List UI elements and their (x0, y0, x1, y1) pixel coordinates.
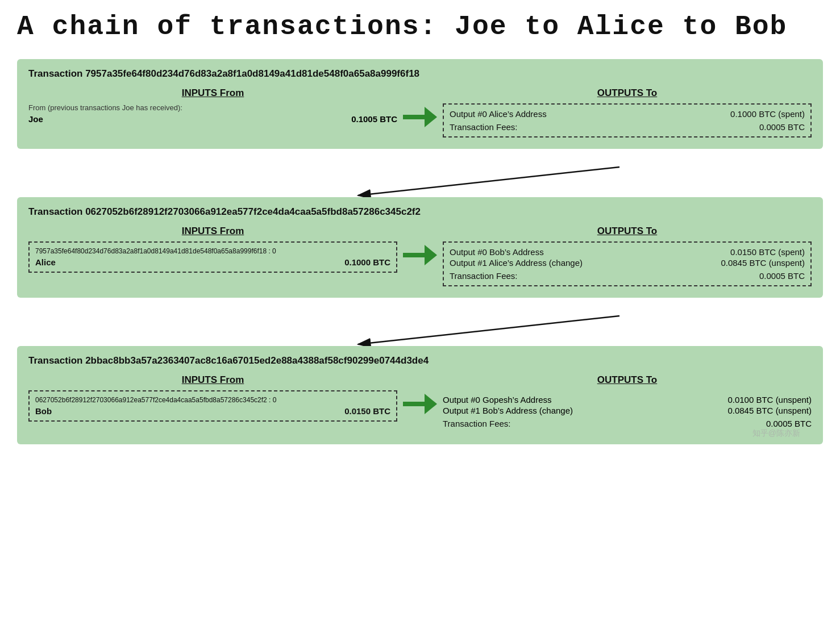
tx2-inputs-header: INPUTS From (28, 226, 397, 237)
tx2-input-ref: 7957a35fe64f80d234d76d83a2a8f1a0d8149a41… (35, 247, 390, 255)
tx1-fee-label: Transaction Fees: (450, 122, 518, 132)
tx3-arrow (397, 374, 443, 416)
connector-2-3 (17, 315, 823, 346)
tx3-fee-label: Transaction Fees: (443, 419, 511, 428)
tx1-output-0-label: Output #0 Alice’s Address (450, 109, 547, 119)
svg-rect-8 (403, 402, 426, 406)
tx3-output-0-label: Output #0 Gopesh’s Address (443, 395, 552, 405)
tx1-from-label: From (previous transactions Joe has rece… (28, 103, 397, 112)
svg-rect-4 (403, 253, 426, 257)
tx2-outputs: OUTPUTS To Output #0 Bob’s Address 0.015… (443, 226, 812, 286)
tx1-inputs-header: INPUTS From (28, 87, 397, 99)
tx2-arrow (397, 226, 443, 268)
tx2-output-row-1: Output #1 Alice’s Address (change) 0.084… (450, 258, 805, 268)
tx2-input-name: Alice (35, 257, 56, 267)
transaction-block-2: Transaction 0627052b6f28912f2703066a912e… (17, 197, 823, 298)
tx3-input-row: Bob 0.0150 BTC (35, 406, 390, 416)
tx1-input-name: Joe (28, 114, 43, 124)
tx3-input-name: Bob (35, 406, 52, 416)
tx2-fee-amount: 0.0005 BTC (759, 271, 805, 281)
tx2-fee-row: Transaction Fees: 0.0005 BTC (450, 271, 805, 281)
tx3-output-1-label: Output #1 Bob’s Address (change) (443, 406, 573, 415)
svg-marker-5 (425, 245, 437, 265)
tx3-arrow-svg (403, 391, 437, 416)
tx1-inputs: INPUTS From From (previous transactions … (28, 87, 397, 124)
tx1-id: Transaction 7957a35fe64f80d234d76d83a2a8… (28, 68, 812, 80)
svg-line-7 (358, 316, 619, 344)
tx3-outputs-header: OUTPUTS To (443, 374, 812, 386)
svg-line-3 (358, 167, 619, 195)
tx2-id: Transaction 0627052b6f28912f2703066a912e… (28, 206, 812, 218)
svg-marker-1 (425, 107, 437, 127)
svg-rect-0 (403, 115, 426, 119)
tx2-outputs-header: OUTPUTS To (443, 226, 812, 237)
tx3-output-row-1: Output #1 Bob’s Address (change) 0.0845 … (443, 406, 812, 415)
tx1-outputs: OUTPUTS To Output #0 Alice’s Address 0.1… (443, 87, 812, 137)
tx1-fee-amount: 0.0005 BTC (759, 122, 805, 132)
connector-svg-2 (17, 315, 823, 346)
tx2-fee-label: Transaction Fees: (450, 271, 518, 281)
tx1-arrow (397, 87, 443, 130)
tx3-output-1-amount: 0.0845 BTC (unspent) (727, 406, 812, 415)
tx1-output-row-0: Output #0 Alice’s Address 0.1000 BTC (sp… (450, 109, 805, 119)
tx2-output-box: Output #0 Bob’s Address 0.0150 BTC (spen… (443, 241, 812, 286)
tx1-input-row: Joe 0.1005 BTC (28, 114, 397, 124)
tx2-output-0-label: Output #0 Bob’s Address (450, 247, 544, 257)
tx2-output-0-amount: 0.0150 BTC (spent) (730, 247, 805, 257)
tx2-output-1-label: Output #1 Alice’s Address (change) (450, 258, 583, 268)
tx3-output-0-amount: 0.0100 BTC (unspent) (727, 395, 812, 405)
tx3-output-area: Output #0 Gopesh’s Address 0.0100 BTC (u… (443, 390, 812, 433)
tx3-inputs-header: INPUTS From (28, 374, 397, 386)
tx2-input-row: Alice 0.1000 BTC (35, 257, 390, 267)
tx3-outputs: OUTPUTS To Output #0 Gopesh’s Address 0.… (443, 374, 812, 433)
tx3-fee-row: Transaction Fees: 0.0005 BTC (443, 419, 812, 428)
connector-1-2 (17, 166, 823, 197)
tx3-input-box: 0627052b6f28912f2703066a912ea577f2ce4da4… (28, 390, 397, 422)
tx2-arrow-svg (403, 243, 437, 268)
tx1-output-0-amount: 0.1000 BTC (spent) (730, 109, 805, 119)
tx3-output-row-0: Output #0 Gopesh’s Address 0.0100 BTC (u… (443, 395, 812, 405)
tx2-inputs: INPUTS From 7957a35fe64f80d234d76d83a2a8… (28, 226, 397, 273)
connector-svg-1 (17, 166, 823, 197)
tx3-input-amount: 0.0150 BTC (344, 406, 390, 416)
tx2-output-row-0: Output #0 Bob’s Address 0.0150 BTC (spen… (450, 247, 805, 257)
tx2-output-1-amount: 0.0845 BTC (unspent) (721, 258, 805, 268)
page-title: A chain of transactions: Joe to Alice to… (17, 11, 823, 42)
transaction-block-3: Transaction 2bbac8bb3a57a2363407ac8c16a6… (17, 346, 823, 444)
page-content: A chain of transactions: Joe to Alice to… (17, 11, 823, 444)
tx1-input-amount: 0.1005 BTC (351, 114, 397, 124)
tx1-fee-row: Transaction Fees: 0.0005 BTC (450, 122, 805, 132)
tx1-outputs-header: OUTPUTS To (443, 87, 812, 99)
tx2-input-box: 7957a35fe64f80d234d76d83a2a8f1a0d8149a41… (28, 241, 397, 273)
tx3-input-ref: 0627052b6f28912f2703066a912ea577f2ce4da4… (35, 396, 390, 404)
tx1-arrow-svg (403, 105, 437, 130)
tx3-fee-amount: 0.0005 BTC (766, 419, 812, 428)
tx3-inputs: INPUTS From 0627052b6f28912f2703066a912e… (28, 374, 397, 422)
svg-marker-9 (425, 394, 437, 414)
tx2-input-amount: 0.1000 BTC (344, 257, 390, 267)
transaction-block-1: Transaction 7957a35fe64f80d234d76d83a2a8… (17, 59, 823, 149)
watermark: 知乎@陈亦新 (752, 428, 800, 439)
tx1-output-box: Output #0 Alice’s Address 0.1000 BTC (sp… (443, 103, 812, 137)
tx3-id: Transaction 2bbac8bb3a57a2363407ac8c16a6… (28, 355, 812, 366)
